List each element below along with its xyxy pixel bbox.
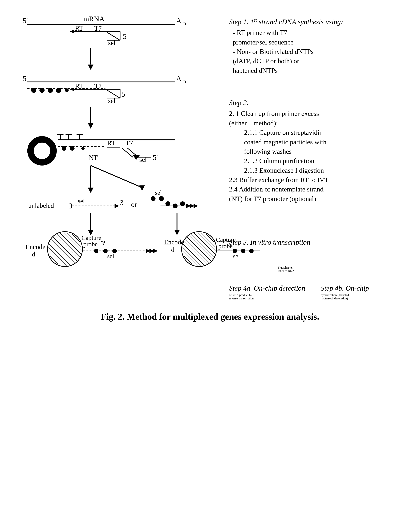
step1-block: Step 1. 1st strand cDNA synthesis using:…	[229, 17, 405, 75]
dot2-3	[48, 88, 53, 93]
down-arrow2-head	[88, 123, 93, 129]
svg-line-19	[182, 233, 216, 266]
svg-line-5	[63, 233, 82, 251]
main-diagram-svg: 5' mRNA A n RT T7 5	[15, 11, 218, 265]
bead-inner	[34, 142, 50, 159]
svg-line-6	[67, 233, 82, 247]
label-5prime-3: 5'	[23, 74, 28, 82]
label-nt: NT	[89, 154, 98, 161]
diagram-area: 5' mRNA A n RT T7 5	[15, 11, 405, 300]
step1-line1: - RT primer with T7	[233, 28, 405, 37]
dot3-1	[62, 146, 66, 150]
right-text: Step 1. 1st strand cDNA synthesis using:…	[222, 11, 405, 300]
fluor-line2: labelled RNA	[278, 269, 294, 273]
step4-row: Step 4a. On-chip detection of RNA produc…	[229, 284, 405, 300]
primer-diag1	[107, 32, 120, 40]
svg-line-11	[48, 240, 76, 268]
dot2-2	[39, 88, 45, 93]
svg-line-34	[182, 258, 192, 268]
label-3prime1: 3'	[101, 240, 105, 247]
step2-line6: 2.1.2 Column purification	[244, 156, 405, 166]
fluor-line1: Fluor/hapten-	[278, 266, 294, 269]
label-encode1: Encode	[26, 243, 45, 251]
step2-line4: coated magnetic particles with	[244, 137, 405, 147]
svg-line-9	[78, 233, 82, 236]
fluor-label: Fluor/hapten- labelled RNA	[278, 266, 294, 273]
label-unlabeled: unlabeled	[28, 202, 54, 209]
dot3-2	[70, 146, 74, 150]
fork-left-arrow	[88, 187, 93, 193]
step1-line2: promoter/sel sequence	[233, 37, 405, 47]
down-arrow4b-head	[174, 230, 180, 235]
page: 5' mRNA A n RT T7 5	[0, 0, 420, 514]
label-an2: A	[176, 74, 181, 82]
svg-line-22	[194, 233, 216, 254]
label-5prime-1: 5'	[23, 17, 28, 25]
left-diagram: 5' mRNA A n RT T7 5	[15, 11, 222, 300]
label-sel2: sel	[108, 97, 115, 104]
label-sel5: sel	[155, 189, 162, 196]
label-probe1: probe	[83, 241, 98, 248]
svg-line-27	[212, 233, 216, 236]
label-an-sub2: n	[183, 78, 186, 84]
dot2-1	[31, 88, 36, 93]
svg-line-23	[197, 233, 216, 251]
fork-right-arrow	[139, 185, 145, 191]
step3-block: Step 3. In vitro transcription	[229, 237, 405, 247]
step2-line8: 2.3 Buffer exchange from RT to IVT	[229, 175, 405, 185]
probe-arrow3	[153, 249, 158, 253]
label-capture1: Capture	[82, 234, 101, 241]
label-rt3: RT	[107, 140, 115, 147]
probe-dot2	[103, 249, 108, 253]
step2-line5: following washes	[244, 147, 405, 156]
label-mrna: mRNA	[83, 15, 105, 23]
label-encoded1: d	[32, 251, 35, 258]
svg-line-2	[52, 233, 85, 266]
step2-line2: (either method):	[229, 119, 405, 128]
svg-line-3	[56, 233, 82, 258]
dot4b-r3	[180, 201, 185, 206]
svg-line-16	[48, 258, 58, 268]
step4a-title: Step 4a. On-chip detection	[229, 284, 313, 292]
label-five2: 5	[123, 32, 127, 40]
primer-diag2	[107, 90, 120, 98]
step4a-line1: of RNA product by	[229, 293, 313, 297]
step2-line3: 2.1.1 Capture on streptavidin	[244, 128, 405, 137]
step2-line7: 2.1.3 Exonuclease I digestion	[244, 166, 405, 175]
probe5b-dot3	[249, 249, 254, 253]
fork-right-line	[91, 166, 142, 187]
dot3-3	[81, 147, 85, 150]
product-arrow1	[114, 204, 119, 208]
label-t72: T7	[94, 82, 102, 90]
label-or: or	[131, 201, 137, 208]
dot4b-top2	[159, 196, 164, 201]
svg-line-31	[182, 247, 203, 268]
svg-line-29	[182, 240, 210, 268]
label-5prime-5: 5'	[153, 153, 158, 161]
label-t71: T7	[94, 25, 102, 32]
step1-title: Step 1. 1st strand cDNA synthesis using:	[229, 17, 405, 27]
svg-line-35	[182, 262, 188, 267]
label-rt1: RT	[75, 25, 83, 32]
diag3a	[122, 148, 133, 157]
step2-block: Step 2. 2. 1 Clean up from primer excess…	[229, 98, 405, 203]
step4a-line2: reverse transcription	[229, 297, 313, 300]
step2-italic: Step 2.	[229, 99, 248, 107]
step4b-italic: Step 4b.	[321, 284, 344, 292]
svg-line-21	[190, 233, 216, 258]
step4b-block: Step 4b. On-chip hybridization (+labeled…	[321, 284, 405, 300]
step4a-block: Step 4a. On-chip detection of RNA produc…	[229, 284, 313, 300]
label-encode2: Encode	[164, 238, 184, 246]
step3-row: Fluor/hapten- labelled RNA	[229, 266, 405, 273]
svg-line-30	[182, 244, 206, 268]
step1-line3: - Non- or Biotinylated dNTPs	[233, 47, 405, 56]
fig-caption: Fig. 2. Method for multiplexed genes exp…	[15, 312, 405, 329]
step1-sup: st	[254, 17, 257, 22]
step4a-italic: Step 4a.	[229, 284, 252, 292]
label-sel7: sel	[233, 253, 240, 260]
dot2-5	[65, 89, 69, 92]
svg-line-1	[48, 233, 82, 266]
label-an1: A	[176, 17, 181, 25]
label-encoded2: d	[171, 246, 175, 253]
dot4b-r1	[165, 201, 170, 206]
